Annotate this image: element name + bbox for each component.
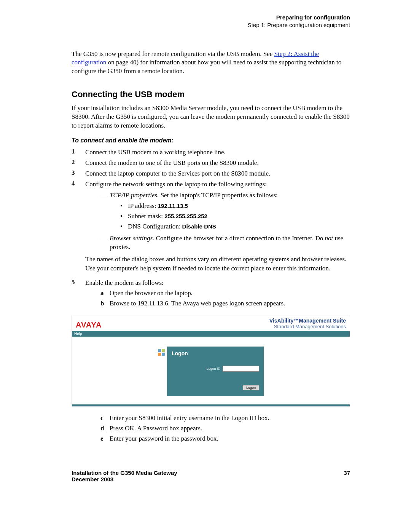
logon-panel: Logon Logon ID Logon [167, 347, 264, 396]
dns-value: Disable DNS [182, 223, 216, 230]
header-section: Preparing for configuration [72, 14, 350, 21]
suite-title: VisAbility™Management Suite Standard Man… [269, 318, 346, 329]
help-menu[interactable]: Help [72, 331, 350, 337]
step-4: 4 Configure the network settings on the … [72, 180, 350, 277]
footer-title: Installation of the G350 Media Gateway [72, 470, 177, 476]
step-5: 5 Enable the modem as follows: a Open th… [72, 278, 350, 310]
step-5c: c Enter your S8300 initial entry usernam… [100, 414, 350, 423]
ip-address-value: 192.11.13.5 [158, 203, 188, 209]
ordered-steps: 1 Connect the USB modem to a working tel… [72, 148, 350, 310]
step-5d: d Press OK. A Password box appears. [100, 424, 350, 433]
logon-id-label: Logon ID [206, 367, 220, 371]
logon-screenshot: AVAYA VisAbility™Management Suite Standa… [72, 315, 350, 407]
tcpip-label: TCP/IP properties. [110, 192, 159, 199]
step-2: 2 Connect the modem to one of the USB po… [72, 158, 350, 168]
browser-label: Browser settings. [110, 235, 154, 242]
logon-button[interactable]: Logon [243, 385, 259, 390]
step-3: 3 Connect the laptop computer to the Ser… [72, 169, 350, 178]
running-header: Preparing for configuration Step 1: Prep… [72, 14, 350, 29]
intro-paragraph: The G350 is now prepared for remote conf… [72, 50, 350, 76]
step-5b: b Browse to 192.11.13.6. The Avaya web p… [100, 299, 350, 308]
step-4-text: Configure the network settings on the la… [85, 181, 267, 188]
ip-address-line: • IP address: 192.11.13.5 [120, 201, 278, 211]
logon-heading: Logon [172, 350, 259, 356]
screenshot-divider [72, 404, 350, 406]
tcpip-line: — TCP/IP properties. Set the laptop's TC… [100, 191, 350, 232]
logon-id-input[interactable] [223, 366, 259, 372]
avaya-logo: AVAYA [76, 321, 102, 329]
step-5-text: Enable the modem as follows: [85, 279, 164, 286]
subnet-line: • Subnet mask: 255.255.255.252 [120, 212, 278, 221]
page-footer: Installation of the G350 Media Gateway D… [72, 470, 350, 482]
step-1: 1 Connect the USB modem to a working tel… [72, 148, 350, 157]
intro-post: on page 40) for information about how yo… [72, 59, 341, 75]
section-intro: If your installation includes an S8300 M… [72, 104, 350, 130]
step-4-note: The names of the dialog boxes and button… [85, 255, 350, 273]
procedure-heading: To connect and enable the modem: [72, 137, 350, 144]
dns-line: • DNS Configuration: Disable DNS [120, 222, 278, 231]
subnet-value: 255.255.255.252 [164, 213, 207, 219]
intro-pre: The G350 is now prepared for remote conf… [72, 50, 274, 58]
footer-date: December 2003 [72, 476, 177, 482]
page-number: 37 [344, 470, 350, 482]
browser-line: — Browser settings. Configure the browse… [100, 234, 350, 252]
section-heading: Connecting the USB modem [72, 89, 350, 99]
step-5e: e Enter your password in the password bo… [100, 434, 350, 443]
logon-icon [158, 349, 165, 356]
header-step: Step 1: Prepare configuration equipment [72, 21, 350, 29]
step-5a: a Open the browser on the laptop. [100, 289, 350, 298]
